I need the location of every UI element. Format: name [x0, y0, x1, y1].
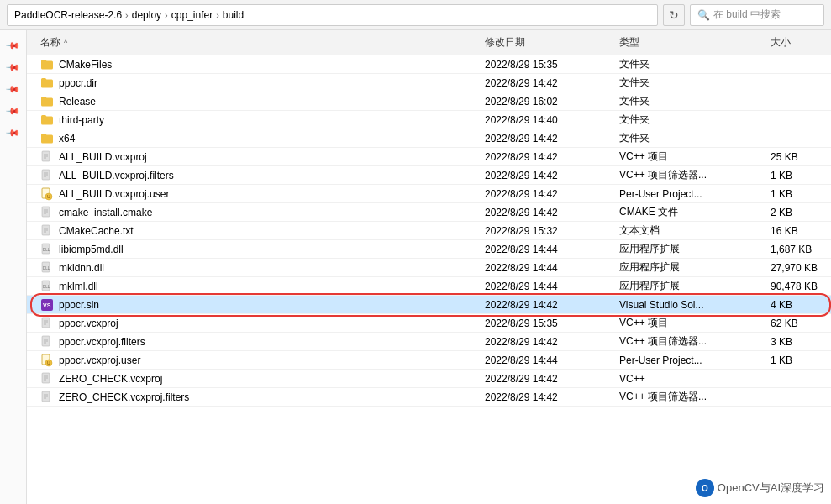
- table-row[interactable]: DLL libiomp5md.dll 2022/8/29 14:44 应用程序扩…: [27, 240, 831, 259]
- file-size-cell: 27,970 KB: [764, 262, 831, 274]
- file-name-cell: Release: [27, 95, 478, 108]
- address-bar: PaddleOCR-release-2.6 › deploy › cpp_inf…: [0, 0, 831, 30]
- pin-icon-1[interactable]: 📌: [1, 55, 24, 79]
- file-date-cell: 2022/8/29 15:32: [478, 225, 613, 237]
- file-name-cell: CMakeCache.txt: [27, 224, 478, 238]
- file-type-cell: VC++ 项目: [613, 316, 764, 330]
- folder-icon: [40, 132, 54, 145]
- file-type-cell: VC++ 项目筛选器...: [613, 334, 764, 349]
- file-type-cell: 应用程序扩展: [613, 260, 764, 275]
- breadcrumb-path[interactable]: PaddleOCR-release-2.6 › deploy › cpp_inf…: [7, 4, 658, 26]
- refresh-button[interactable]: ↻: [663, 4, 685, 26]
- file-type-cell: Per-User Project...: [613, 188, 764, 200]
- file-size-cell: 2 KB: [764, 207, 831, 218]
- col-header-name[interactable]: 名称 ^: [27, 34, 478, 51]
- svg-text:U: U: [47, 194, 50, 199]
- file-rows-container: CMakeFiles 2022/8/29 15:35 文件夹 ppocr.dir…: [27, 55, 831, 407]
- table-row[interactable]: Release 2022/8/29 16:02 文件夹: [27, 92, 831, 111]
- table-row[interactable]: U ppocr.vcxproj.user 2022/8/29 14:44 Per…: [27, 351, 831, 370]
- file-name-label: ppocr.sln: [59, 299, 99, 311]
- doc-icon: [40, 391, 54, 404]
- doc-icon: [40, 317, 54, 330]
- breadcrumb-item-1[interactable]: deploy: [132, 9, 161, 21]
- file-date-cell: 2022/8/29 14:42: [478, 391, 613, 403]
- file-name-label: ALL_BUILD.vcxproj: [59, 151, 147, 163]
- file-name-cell: ppocr.vcxproj.filters: [27, 335, 478, 349]
- table-row[interactable]: DLL mkldnn.dll 2022/8/29 14:44 应用程序扩展 27…: [27, 259, 831, 277]
- table-row[interactable]: ZERO_CHECK.vcxproj 2022/8/29 14:42 VC++: [27, 370, 831, 388]
- file-type-cell: VC++ 项目筛选器...: [613, 168, 764, 182]
- main-container: 📌 📌 📌 📌 📌 名称 ^ 修改日期 类型 大小 CMa: [0, 30, 831, 504]
- table-row[interactable]: CMakeCache.txt 2022/8/29 15:32 文本文档 16 K…: [27, 222, 831, 240]
- table-row[interactable]: ppocr.vcxproj 2022/8/29 15:35 VC++ 项目 62…: [27, 314, 831, 333]
- file-name-label: third-party: [59, 114, 104, 126]
- table-row[interactable]: ALL_BUILD.vcxproj.filters 2022/8/29 14:4…: [27, 166, 831, 185]
- folder-icon: [40, 113, 54, 127]
- search-box[interactable]: 🔍 在 build 中搜索: [690, 4, 824, 26]
- table-row[interactable]: x64 2022/8/29 14:42 文件夹: [27, 129, 831, 148]
- file-type-cell: 文件夹: [613, 94, 764, 108]
- pin-icon-4[interactable]: 📌: [1, 121, 24, 144]
- table-row[interactable]: cmake_install.cmake 2022/8/29 14:42 CMAK…: [27, 203, 831, 222]
- table-row[interactable]: CMakeFiles 2022/8/29 15:35 文件夹: [27, 55, 831, 74]
- pin-icon-0[interactable]: 📌: [1, 34, 24, 57]
- file-type-cell: 应用程序扩展: [613, 242, 764, 256]
- file-type-cell: Per-User Project...: [613, 354, 764, 366]
- file-name-label: cmake_install.cmake: [59, 207, 152, 218]
- breadcrumb-sep-2: ›: [216, 10, 219, 20]
- file-name-cell: DLL mklml.dll: [27, 280, 478, 293]
- col-header-size[interactable]: 大小: [764, 34, 831, 51]
- search-placeholder: 在 build 中搜索: [713, 8, 781, 22]
- file-date-cell: 2022/8/29 14:42: [478, 170, 613, 181]
- file-size-cell: 62 KB: [764, 318, 831, 329]
- file-size-cell: 16 KB: [764, 225, 831, 237]
- table-row[interactable]: DLL mklml.dll 2022/8/29 14:44 应用程序扩展 90,…: [27, 277, 831, 296]
- file-type-cell: Visual Studio Sol...: [613, 299, 764, 311]
- file-size-cell: 1 KB: [764, 188, 831, 200]
- pin-icon-3[interactable]: 📌: [1, 99, 24, 123]
- file-type-cell: VC++ 项目筛选器...: [613, 390, 764, 404]
- breadcrumb-item-3[interactable]: build: [223, 9, 244, 21]
- breadcrumb-sep-0: ›: [125, 10, 129, 20]
- table-row[interactable]: ppocr.dir 2022/8/29 14:42 文件夹: [27, 74, 831, 92]
- file-date-cell: 2022/8/29 14:42: [478, 299, 613, 311]
- dll-icon: DLL: [40, 280, 54, 293]
- col-header-type[interactable]: 类型: [613, 34, 764, 51]
- file-name-cell: DLL mkldnn.dll: [27, 261, 478, 275]
- breadcrumb-item-0[interactable]: PaddleOCR-release-2.6: [14, 9, 122, 21]
- file-name-cell: x64: [27, 132, 478, 145]
- file-type-cell: 应用程序扩展: [613, 279, 764, 293]
- pin-icon-2[interactable]: 📌: [1, 77, 24, 101]
- table-row[interactable]: third-party 2022/8/29 14:40 文件夹: [27, 111, 831, 129]
- file-size-cell: 1,687 KB: [764, 244, 831, 255]
- file-type-cell: 文件夹: [613, 57, 764, 71]
- file-name-cell: ALL_BUILD.vcxproj.filters: [27, 169, 478, 182]
- file-name-label: ZERO_CHECK.vcxproj.filters: [59, 391, 189, 403]
- file-date-cell: 2022/8/29 14:44: [478, 262, 613, 274]
- doc-icon: [40, 206, 54, 219]
- file-name-label: ALL_BUILD.vcxproj.filters: [59, 170, 174, 181]
- watermark-text: OpenCV与AI深度学习: [718, 480, 824, 496]
- col-header-date[interactable]: 修改日期: [478, 34, 613, 51]
- table-row[interactable]: U ALL_BUILD.vcxproj.user 2022/8/29 14:42…: [27, 185, 831, 203]
- file-date-cell: 2022/8/29 15:35: [478, 318, 613, 329]
- svg-text:DLL: DLL: [43, 248, 50, 252]
- search-icon: 🔍: [697, 9, 710, 21]
- file-date-cell: 2022/8/29 14:40: [478, 114, 613, 126]
- table-row[interactable]: ZERO_CHECK.vcxproj.filters 2022/8/29 14:…: [27, 388, 831, 407]
- file-name-cell: cmake_install.cmake: [27, 206, 478, 219]
- file-type-cell: 文件夹: [613, 76, 764, 90]
- breadcrumb-item-2[interactable]: cpp_infer: [171, 9, 213, 21]
- file-name-cell: U ALL_BUILD.vcxproj.user: [27, 187, 478, 201]
- table-row[interactable]: ppocr.vcxproj.filters 2022/8/29 14:42 VC…: [27, 333, 831, 351]
- file-date-cell: 2022/8/29 14:42: [478, 133, 613, 144]
- table-row[interactable]: VS ppocr.sln 2022/8/29 14:42 Visual Stud…: [27, 296, 831, 314]
- file-date-cell: 2022/8/29 15:35: [478, 59, 613, 71]
- table-row[interactable]: ALL_BUILD.vcxproj 2022/8/29 14:42 VC++ 项…: [27, 148, 831, 166]
- file-size-cell: 4 KB: [764, 299, 831, 311]
- svg-text:U: U: [47, 360, 50, 365]
- file-date-cell: 2022/8/29 14:42: [478, 373, 613, 385]
- file-date-cell: 2022/8/29 14:44: [478, 244, 613, 255]
- file-type-cell: CMAKE 文件: [613, 205, 764, 219]
- file-date-cell: 2022/8/29 16:02: [478, 96, 613, 108]
